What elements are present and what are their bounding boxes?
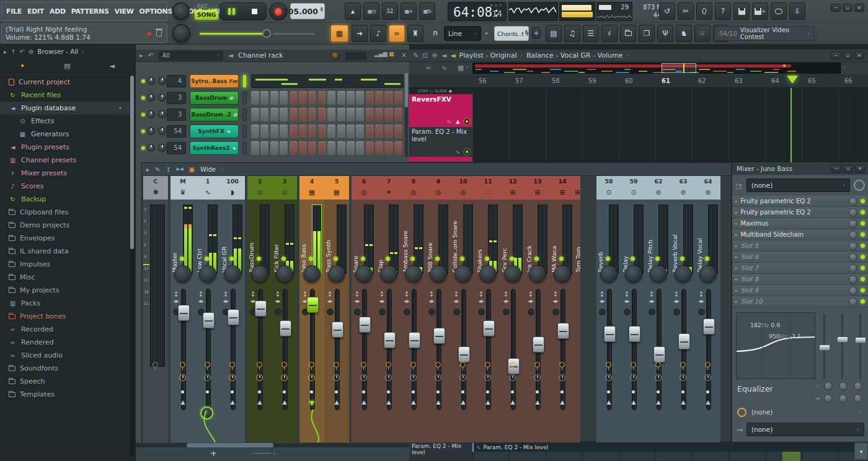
track-enable-led[interactable] bbox=[361, 257, 365, 261]
track-pan-knob[interactable] bbox=[600, 265, 618, 283]
step-cell[interactable] bbox=[290, 108, 298, 121]
step-cell[interactable] bbox=[356, 108, 364, 121]
route-dot[interactable] bbox=[310, 390, 313, 393]
fader-handle[interactable] bbox=[458, 346, 470, 362]
slot-mix-knob[interactable] bbox=[849, 242, 857, 250]
track-pan-knob[interactable] bbox=[174, 265, 192, 283]
record-clock-icon[interactable] bbox=[435, 374, 441, 381]
download-button[interactable]: ⇩ bbox=[789, 2, 805, 20]
pan-arrows[interactable]: ◀▶ bbox=[477, 299, 485, 303]
step-cell[interactable] bbox=[366, 91, 374, 105]
mixer-track-current[interactable]: C✱3036912151821 bbox=[143, 176, 168, 442]
stop-button[interactable] bbox=[243, 3, 266, 20]
detach-icon[interactable]: ✎ bbox=[155, 166, 160, 173]
mute-dot[interactable] bbox=[599, 309, 606, 315]
stereo-sep-icon[interactable] bbox=[281, 362, 287, 367]
step-cell[interactable] bbox=[394, 125, 402, 138]
menu-arrow-icon[interactable]: ▸ bbox=[146, 166, 149, 173]
route-switch[interactable]: ▲ bbox=[500, 399, 525, 405]
pan-arrows[interactable]: ◀▶ bbox=[672, 299, 681, 303]
route-arrow-selected[interactable]: ▼ bbox=[299, 399, 324, 407]
record-arm-clock-icon[interactable] bbox=[854, 180, 865, 191]
channel-rack-titlebar[interactable]: ▸ ↶ All› ◄ Channel rack ▂▄▆ ▦ ✕ bbox=[136, 50, 409, 62]
step-cell[interactable] bbox=[384, 108, 392, 121]
fx-slot-2[interactable]: ▸Fruity parametric EQ 2 bbox=[732, 207, 868, 218]
fx-slot-7[interactable]: ▸Slot 7 bbox=[732, 263, 868, 274]
stereo-width-arrows[interactable]: ▲▼ bbox=[221, 290, 230, 297]
slot-menu-arrow[interactable]: ▸ bbox=[735, 221, 738, 226]
oscilloscope[interactable] bbox=[508, 2, 558, 21]
track-enable-led[interactable] bbox=[606, 257, 610, 261]
step-cell[interactable] bbox=[327, 141, 335, 155]
countdown-button[interactable]: 3.2. bbox=[382, 2, 398, 20]
fader-handle[interactable] bbox=[359, 317, 371, 333]
fx-slot-5[interactable]: ▸Slot 5 bbox=[732, 240, 868, 252]
route-dot[interactable] bbox=[681, 390, 684, 393]
master-pitch-slider[interactable] bbox=[200, 31, 314, 36]
browser-item-plugin-database[interactable]: ◄Plugin database▾ bbox=[0, 102, 130, 115]
pan-arrows[interactable]: ◀▶ bbox=[697, 299, 706, 303]
channel-pan-knob[interactable] bbox=[147, 144, 155, 152]
step-cell[interactable] bbox=[366, 125, 374, 138]
track-enable-led[interactable] bbox=[464, 149, 469, 154]
track-pan-knob[interactable] bbox=[699, 265, 717, 283]
step-cell[interactable] bbox=[327, 108, 335, 121]
fx-slot-1[interactable]: ▸Fruity parametric EQ 2 bbox=[732, 196, 868, 207]
step-cell[interactable] bbox=[375, 91, 383, 105]
channel-enable-led[interactable] bbox=[141, 79, 145, 83]
eq-slider-handle[interactable] bbox=[819, 345, 830, 351]
menu-item-edit[interactable]: EDIT bbox=[27, 7, 44, 15]
browser-item-rendered[interactable]: ≈Rendered bbox=[0, 336, 130, 349]
stereo-sep-icon[interactable] bbox=[680, 362, 686, 367]
route-switch[interactable]: ▲ bbox=[621, 399, 646, 405]
stereo-sep-icon[interactable] bbox=[705, 362, 711, 367]
eq-knob[interactable] bbox=[839, 382, 848, 390]
contest-banner[interactable]: 04/10 Visualizer Video Contest › bbox=[714, 26, 815, 41]
pan-arrows[interactable]: ◀▶ bbox=[273, 299, 282, 303]
fader-handle[interactable] bbox=[483, 320, 495, 336]
step-cell[interactable] bbox=[251, 108, 259, 121]
scroll-right-icon[interactable]: › bbox=[843, 64, 846, 70]
record-clock-icon[interactable] bbox=[559, 374, 565, 381]
record-clock-icon[interactable] bbox=[308, 374, 315, 381]
playlist-track-param-eq[interactable]: Param. EQ 2 - Mixlevel ∿ bbox=[409, 127, 472, 157]
link-selected-icon[interactable]: ▶◀ bbox=[177, 167, 184, 172]
mixer-track-tom-tom[interactable]: ⊞Tom Tom bbox=[575, 176, 580, 442]
time-select[interactable]: (none) bbox=[751, 408, 773, 416]
stereo-sep-icon[interactable] bbox=[410, 362, 416, 367]
browser-item-impulses[interactable]: Impulses bbox=[0, 258, 130, 271]
browser-item-envelopes[interactable]: Envelopes bbox=[0, 232, 130, 245]
stereo-width-arrows[interactable]: ▲▼ bbox=[197, 290, 205, 297]
track-pan-knob[interactable] bbox=[251, 265, 268, 283]
track-pan-knob[interactable] bbox=[554, 265, 571, 283]
mixer-track-bass-synth[interactable]: 5▦Bass Synth▲▼◀▶▲ bbox=[324, 176, 349, 442]
channel-volume-knob[interactable] bbox=[158, 110, 166, 118]
slot-mix-knob[interactable] bbox=[849, 197, 857, 206]
fader-handle[interactable] bbox=[307, 297, 319, 313]
cut-tool-button[interactable]: ✂ bbox=[678, 2, 694, 20]
browser-item-templates[interactable]: Templates bbox=[0, 388, 130, 401]
mute-icon[interactable]: ◄ bbox=[441, 51, 446, 59]
route-switch[interactable]: ▲ bbox=[671, 399, 696, 405]
record-clock-icon[interactable] bbox=[229, 374, 236, 381]
mute-dot[interactable] bbox=[354, 309, 361, 315]
slot-enable-led[interactable] bbox=[861, 199, 865, 203]
route-switch[interactable]: ▲ bbox=[525, 399, 550, 405]
track-enable-led[interactable] bbox=[510, 257, 514, 261]
feedback-button[interactable] bbox=[771, 2, 787, 20]
fx-slot-3[interactable]: ▸Maximus bbox=[732, 218, 868, 229]
slot-menu-arrow[interactable]: ▸ bbox=[735, 244, 738, 248]
close-button[interactable]: ✕ bbox=[854, 4, 864, 12]
step-cell[interactable] bbox=[308, 91, 316, 105]
record-clock-icon[interactable] bbox=[256, 374, 263, 381]
step-cell[interactable] bbox=[375, 125, 383, 138]
route-dot[interactable] bbox=[657, 390, 660, 393]
track-pan-knob[interactable] bbox=[328, 265, 345, 283]
channel-volume-knob[interactable] bbox=[158, 144, 166, 152]
browser-item-sliced-audio[interactable]: ≈Sliced audio bbox=[0, 349, 130, 362]
track-enable-led[interactable] bbox=[309, 257, 313, 261]
overview-view-window[interactable] bbox=[662, 63, 696, 73]
record-clock-icon[interactable] bbox=[204, 374, 211, 381]
minimize-button[interactable]: ─ bbox=[831, 4, 841, 12]
step-cell[interactable] bbox=[280, 141, 288, 155]
